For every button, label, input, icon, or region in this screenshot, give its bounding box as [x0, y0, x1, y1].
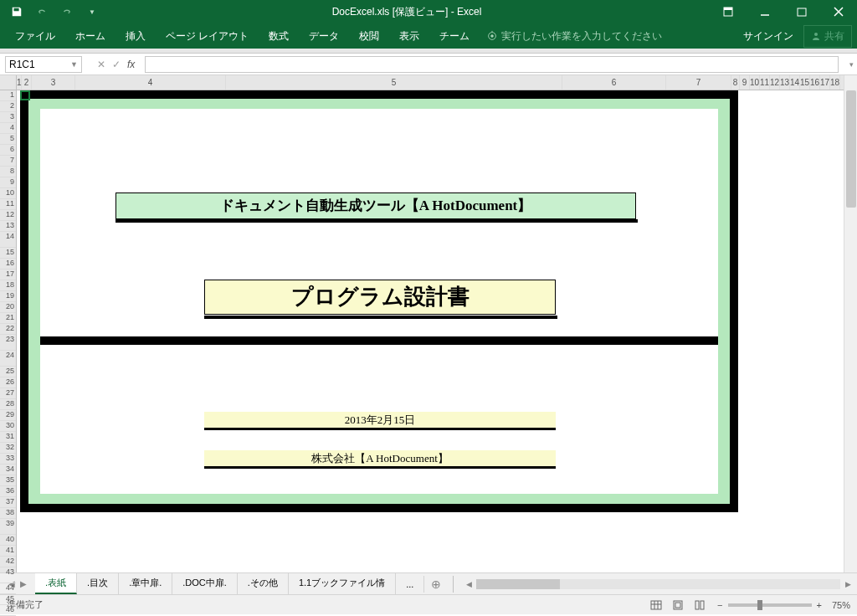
row-header[interactable]: 22	[0, 324, 16, 335]
select-all-corner[interactable]	[0, 75, 16, 90]
row-header[interactable]: 28	[0, 399, 16, 410]
tell-me-search[interactable]: 実行したい作業を入力してください	[486, 29, 662, 44]
column-header[interactable]: 3	[32, 75, 75, 90]
hscroll-left-icon[interactable]: ◀	[463, 580, 475, 588]
undo-button[interactable]	[30, 2, 54, 22]
row-header[interactable]: 19	[0, 291, 16, 302]
row-header[interactable]: 38	[0, 508, 16, 519]
column-header[interactable]: 12	[770, 75, 780, 90]
share-button[interactable]: 共有	[803, 25, 852, 48]
column-header[interactable]: 6	[562, 75, 666, 90]
row-header[interactable]: 1	[0, 90, 16, 101]
row-header[interactable]: 7	[0, 156, 16, 167]
row-header[interactable]: 6	[0, 145, 16, 156]
tab-data[interactable]: データ	[299, 24, 349, 49]
row-header[interactable]: 20	[0, 302, 16, 313]
zoom-level[interactable]: 75%	[832, 600, 850, 610]
row-header[interactable]: 29	[0, 410, 16, 421]
row-header[interactable]: 40	[0, 535, 16, 546]
row-header[interactable]: 45	[0, 594, 16, 605]
zoom-in-button[interactable]: +	[817, 600, 822, 610]
row-header[interactable]: 3	[0, 112, 16, 123]
sheet-tab[interactable]: .目次	[77, 573, 119, 594]
row-header[interactable]: 18	[0, 280, 16, 291]
column-header[interactable]: 16	[810, 75, 820, 90]
row-header[interactable]: 25	[0, 367, 16, 377]
column-header[interactable]: 13	[780, 75, 790, 90]
row-header[interactable]: 24	[0, 351, 16, 367]
column-header[interactable]: 10	[750, 75, 760, 90]
sheet-tab[interactable]: .その他	[238, 573, 289, 594]
horizontal-scrollbar[interactable]: ◀ ▶	[459, 578, 857, 591]
row-header[interactable]: 44	[0, 583, 16, 594]
row-header[interactable]: 11	[0, 199, 16, 210]
row-header[interactable]: 12	[0, 210, 16, 221]
name-box[interactable]: R1C1▼	[5, 56, 82, 73]
row-header[interactable]: 15	[0, 248, 16, 259]
row-header[interactable]: 32	[0, 443, 16, 454]
qat-dropdown[interactable]: ▼	[80, 2, 104, 22]
tab-page-layout[interactable]: ページ レイアウト	[156, 24, 259, 49]
zoom-slider[interactable]	[728, 603, 812, 607]
row-header[interactable]: 33	[0, 454, 16, 465]
row-headers[interactable]: 1234567891011121314151617181920212223242…	[0, 75, 17, 572]
vertical-scroll-thumb[interactable]	[846, 90, 856, 208]
row-header[interactable]: 36	[0, 486, 16, 497]
vertical-scrollbar[interactable]	[844, 75, 857, 572]
sign-in-button[interactable]: サインイン	[733, 24, 803, 49]
row-header[interactable]: 35	[0, 475, 16, 486]
row-header[interactable]: 46	[0, 605, 16, 616]
row-header[interactable]: 43	[0, 567, 16, 583]
tab-nav-next-icon[interactable]: ▶	[20, 579, 27, 588]
row-header[interactable]: 13	[0, 221, 16, 232]
horizontal-scroll-thumb[interactable]	[476, 579, 560, 589]
row-header[interactable]: 10	[0, 188, 16, 199]
row-header[interactable]: 17	[0, 270, 16, 280]
column-header[interactable]: 7	[666, 75, 731, 90]
row-header[interactable]: 14	[0, 232, 16, 248]
view-page-break-button[interactable]	[690, 598, 710, 613]
column-header[interactable]: 17	[820, 75, 830, 90]
tab-review[interactable]: 校閲	[349, 24, 389, 49]
row-header[interactable]: 9	[0, 177, 16, 188]
row-header[interactable]: 41	[0, 546, 16, 557]
row-header[interactable]: 4	[0, 123, 16, 134]
row-header[interactable]: 39	[0, 519, 16, 535]
ribbon-display-button[interactable]	[710, 0, 747, 23]
row-header[interactable]: 30	[0, 421, 16, 432]
column-headers[interactable]: 123456789101112131415161718	[17, 75, 844, 90]
row-header[interactable]: 2	[0, 101, 16, 112]
zoom-out-button[interactable]: −	[717, 600, 722, 610]
row-header[interactable]: 37	[0, 497, 16, 508]
tab-overflow[interactable]: ...	[396, 576, 424, 593]
formula-expand-icon[interactable]: ▾	[845, 60, 857, 69]
row-header[interactable]: 31	[0, 432, 16, 443]
column-header[interactable]: 5	[226, 75, 562, 90]
row-header[interactable]: 5	[0, 134, 16, 145]
row-header[interactable]: 16	[0, 259, 16, 270]
row-header[interactable]: 26	[0, 377, 16, 388]
cancel-formula-icon[interactable]: ✕	[97, 59, 105, 70]
maximize-button[interactable]	[783, 0, 820, 23]
row-header[interactable]: 34	[0, 465, 16, 475]
column-header[interactable]: 8	[731, 75, 740, 90]
tab-formulas[interactable]: 数式	[259, 24, 299, 49]
sheet-tab[interactable]: .章中扉.	[119, 573, 172, 594]
enter-formula-icon[interactable]: ✓	[112, 59, 121, 70]
cell-grid[interactable]: ドキュメント自動生成ツール【A HotDocument】 プログラム設計書 20…	[17, 90, 844, 572]
column-header[interactable]: 11	[760, 75, 770, 90]
add-sheet-button[interactable]: ⊕	[424, 578, 448, 591]
row-header[interactable]: 42	[0, 557, 16, 567]
column-header[interactable]: 18	[830, 75, 840, 90]
sheet-tab[interactable]: 1.1ブックファイル情	[289, 573, 396, 594]
column-header[interactable]: 4	[75, 75, 226, 90]
tab-home[interactable]: ホーム	[65, 24, 115, 49]
column-header[interactable]: 9	[740, 75, 750, 90]
column-header[interactable]: 14	[790, 75, 800, 90]
sheet-tab[interactable]: .表紙	[35, 573, 77, 594]
sheet-tab[interactable]: .DOC中扉.	[172, 573, 238, 594]
row-header[interactable]: 8	[0, 167, 16, 177]
hscroll-right-icon[interactable]: ▶	[842, 580, 854, 588]
formula-input[interactable]	[145, 56, 839, 73]
view-page-layout-button[interactable]	[668, 598, 688, 613]
